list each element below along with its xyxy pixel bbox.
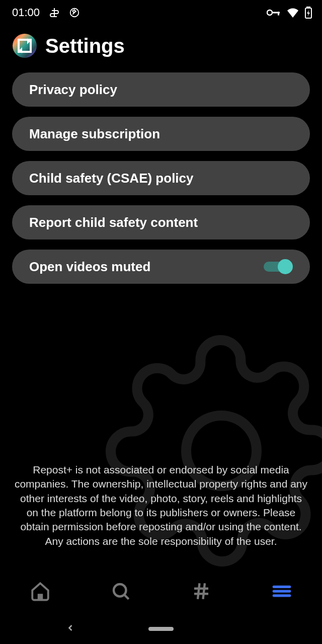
- settings-list: Privacy policy Manage subscription Child…: [0, 72, 322, 284]
- setting-label: Child safety (CSAE) policy: [29, 171, 194, 186]
- nav-home[interactable]: [25, 576, 55, 606]
- vpn-key-icon: [267, 9, 281, 17]
- battery-charging-icon: [305, 7, 312, 19]
- system-back-button[interactable]: [65, 623, 75, 635]
- system-nav: [0, 614, 322, 644]
- nav-hashtag[interactable]: [186, 576, 216, 606]
- svg-rect-3: [278, 12, 279, 16]
- child-safety-policy-button[interactable]: Child safety (CSAE) policy: [12, 161, 310, 195]
- svg-point-6: [13, 34, 37, 58]
- svg-point-8: [114, 584, 126, 597]
- setting-label: Open videos muted: [29, 259, 150, 275]
- nav-menu[interactable]: [267, 576, 297, 606]
- svg-point-1: [267, 10, 272, 15]
- status-bar: 01:00: [0, 0, 322, 25]
- disclaimer-text: Repost+ is not associated or endorsed by…: [0, 463, 322, 548]
- notification-icon-2: [69, 7, 80, 18]
- setting-label: Privacy policy: [29, 82, 117, 98]
- status-time: 01:00: [12, 6, 40, 19]
- bottom-nav: [0, 569, 322, 614]
- nav-search[interactable]: [106, 576, 136, 606]
- page-title: Settings: [45, 35, 125, 57]
- app-logo-icon: [12, 33, 37, 58]
- privacy-policy-button[interactable]: Privacy policy: [12, 72, 310, 107]
- svg-rect-5: [307, 7, 310, 8]
- report-child-safety-button[interactable]: Report child safety content: [12, 205, 310, 239]
- switch-thumb: [278, 259, 293, 274]
- header: Settings: [0, 25, 322, 72]
- setting-label: Manage subscription: [29, 126, 160, 142]
- manage-subscription-button[interactable]: Manage subscription: [12, 117, 310, 151]
- wifi-icon: [287, 8, 299, 18]
- notification-icon-1: [50, 7, 59, 18]
- system-home-pill[interactable]: [148, 627, 174, 631]
- setting-label: Report child safety content: [29, 215, 198, 230]
- open-videos-muted-toggle[interactable]: [264, 258, 293, 276]
- open-videos-muted-row: Open videos muted: [12, 250, 310, 284]
